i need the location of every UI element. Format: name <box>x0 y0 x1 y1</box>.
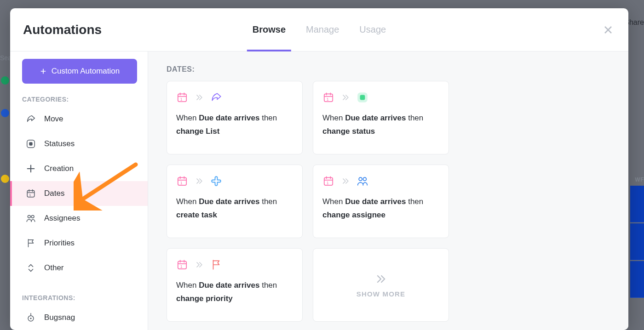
chevrons-icon <box>341 176 350 186</box>
bg-dot <box>1 175 9 183</box>
card-icons <box>176 91 293 103</box>
section-title: DATES: <box>167 65 610 74</box>
custom-automation-label: Custom Automation <box>52 67 120 76</box>
card-description: When Due date arrives then change assign… <box>322 195 439 222</box>
card-description: When Due date arrives then create task <box>176 195 293 222</box>
card-grid: When Due date arrives then change List W… <box>167 81 610 322</box>
bg-dot <box>1 109 9 117</box>
calendar-icon <box>176 259 188 271</box>
automation-card-change-assignee[interactable]: When Due date arrives then change assign… <box>313 165 449 238</box>
tabs: Browse Manage Usage <box>253 8 386 51</box>
status-square-icon <box>26 139 36 149</box>
category-priorities[interactable]: Priorities <box>22 231 142 256</box>
calendar-icon <box>26 188 36 199</box>
tab-manage[interactable]: Manage <box>306 8 339 51</box>
card-description: When Due date arrives then change List <box>176 112 293 138</box>
category-label: Move <box>44 114 63 124</box>
category-dates[interactable]: Dates <box>10 181 148 206</box>
category-label: Other <box>44 263 64 273</box>
category-label: Statuses <box>44 139 75 148</box>
bugsnag-icon <box>26 313 36 323</box>
flag-icon <box>26 238 36 248</box>
sidebar: Custom Automation CATEGORIES: Move Statu… <box>10 51 148 330</box>
modal-header: Automations Browse Manage Usage <box>10 8 628 51</box>
category-label: Creation <box>44 164 74 173</box>
calendar-icon <box>322 175 334 187</box>
category-statuses[interactable]: Statuses <box>22 131 142 156</box>
bg-blue-block <box>630 261 644 298</box>
category-label: Priorities <box>44 239 75 248</box>
calendar-icon <box>176 175 188 187</box>
bg-blue-block <box>630 186 644 222</box>
plus-icon <box>40 68 47 75</box>
automation-card-change-list[interactable]: When Due date arrives then change List <box>167 81 303 154</box>
integration-bugsnag[interactable]: Bugsnag <box>22 305 142 330</box>
category-other[interactable]: Other <box>22 256 142 280</box>
category-creation[interactable]: Creation <box>22 156 142 181</box>
integration-label: Bugsnag <box>44 313 75 322</box>
bg-blue-block <box>630 223 644 260</box>
plus-icon <box>210 175 222 187</box>
card-icons <box>322 91 439 103</box>
chevrons-icon <box>195 176 204 186</box>
chevrons-icon <box>341 93 350 102</box>
automation-card-change-priority[interactable]: When Due date arrives then change priori… <box>167 248 303 322</box>
modal-body: Custom Automation CATEGORIES: Move Statu… <box>10 51 628 330</box>
updown-icon <box>26 263 36 273</box>
people-icon <box>356 175 368 187</box>
card-description: When Due date arrives then change status <box>322 112 439 138</box>
chevrons-icon <box>195 93 204 102</box>
content-panel: DATES: When Due date arrives then change… <box>148 51 628 330</box>
share-arrow-icon <box>210 91 222 103</box>
close-icon[interactable] <box>603 24 614 35</box>
card-icons <box>176 259 293 271</box>
custom-automation-button[interactable]: Custom Automation <box>22 59 137 84</box>
share-arrow-icon <box>26 114 36 124</box>
automations-modal: Automations Browse Manage Usage Custom A… <box>10 8 628 330</box>
integrations-label: INTEGRATIONS: <box>22 294 142 302</box>
category-label: Dates <box>44 189 64 198</box>
bg-dot <box>1 76 9 85</box>
plus-icon <box>26 164 36 174</box>
calendar-icon <box>176 91 188 103</box>
show-more-label: SHOW MORE <box>356 290 406 298</box>
card-description: When Due date arrives then change priori… <box>176 279 293 306</box>
automation-card-create-task[interactable]: When Due date arrives then create task <box>167 165 303 238</box>
people-icon <box>26 213 36 223</box>
chevrons-icon <box>374 273 387 285</box>
category-assignees[interactable]: Assignees <box>22 206 142 231</box>
category-label: Assignees <box>44 214 80 223</box>
status-green-icon <box>356 91 368 103</box>
calendar-icon <box>322 91 334 103</box>
modal-title: Automations <box>23 23 102 37</box>
category-move[interactable]: Move <box>22 107 142 131</box>
categories-label: CATEGORIES: <box>22 96 142 103</box>
card-icons <box>176 175 293 187</box>
show-more-card[interactable]: SHOW MORE <box>313 248 449 322</box>
page-backdrop: Share Sea WF Automations Browse Manage U… <box>0 0 644 330</box>
bg-wf-text: WF <box>635 176 644 183</box>
flag-icon <box>210 259 222 271</box>
automation-card-change-status[interactable]: When Due date arrives then change status <box>313 81 449 154</box>
tab-browse[interactable]: Browse <box>253 8 286 51</box>
card-icons <box>322 175 439 187</box>
chevrons-icon <box>195 260 204 269</box>
tab-usage[interactable]: Usage <box>359 8 386 51</box>
